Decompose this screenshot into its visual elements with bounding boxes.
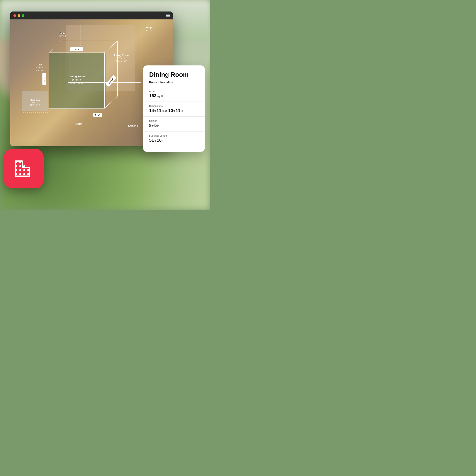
wall-ft: 51 [149, 138, 154, 143]
dim-unit-in1: in [162, 109, 164, 113]
room-title: Dining Room [149, 71, 199, 78]
wall-length-label: Full Wall Length [149, 134, 199, 137]
hamburger-line-2 [166, 15, 170, 16]
dim-unit-in2: in [181, 109, 183, 113]
hamburger-line-1 [166, 14, 170, 15]
info-card: Dining Room Room Information Area 163 sq… [143, 66, 205, 152]
height-in-unit: in [157, 124, 159, 128]
window-dots [14, 14, 24, 17]
app-icon [4, 149, 44, 188]
height-ft: 8 [149, 123, 152, 128]
close-dot[interactable] [14, 14, 16, 17]
dim-unit-ft2: ft [173, 109, 175, 113]
section-title: Room Information [149, 81, 199, 84]
wall-in-unit: in [162, 139, 164, 142]
area-value-unit: sq. ft. [157, 95, 164, 98]
svg-point-43 [19, 169, 21, 171]
height-row: Height 8 ft 5 in [149, 119, 199, 128]
dimensions-label: Dimensions [149, 104, 199, 107]
dim-in2: 11 [175, 108, 180, 113]
dimensions-row: Dimensions 14 ft 11 in × 10 ft 11 in [149, 104, 199, 113]
card-divider-1 [143, 87, 205, 87]
dim-in1: 11 [156, 108, 161, 113]
floor-icon-svg [12, 157, 36, 181]
dim-ft1: 14 [149, 108, 154, 113]
area-value: 163 sq. ft. [149, 93, 199, 98]
dim-ft2: 10 [168, 108, 173, 113]
card-divider-4 [143, 131, 205, 132]
wall-length-value: 51 ft 10 in [149, 138, 199, 143]
svg-point-46 [23, 169, 25, 171]
hamburger-line-3 [166, 17, 170, 17]
minimize-dot[interactable] [18, 14, 20, 17]
area-row: Area 163 sq. ft. [149, 90, 199, 98]
area-value-large: 163 [149, 93, 156, 98]
height-label: Height [149, 119, 199, 122]
wall-in: 10 [157, 138, 161, 143]
svg-point-45 [23, 165, 25, 167]
height-in: 5 [154, 123, 157, 128]
area-label: Area [149, 90, 199, 93]
dim-unit-ft1: ft [154, 109, 156, 113]
hamburger-icon[interactable] [166, 14, 170, 17]
svg-point-42 [19, 165, 21, 167]
height-value: 8 ft 5 in [149, 123, 199, 128]
svg-point-47 [23, 173, 25, 175]
dim-separator: × [165, 109, 167, 113]
dimensions-value: 14 ft 11 in × 10 ft 11 in [149, 108, 199, 113]
svg-point-44 [19, 173, 21, 175]
window-titlebar [10, 12, 173, 19]
card-divider-2 [143, 102, 205, 102]
height-ft-unit: ft [152, 124, 153, 128]
maximize-dot[interactable] [22, 14, 24, 17]
wall-length-row: Full Wall Length 51 ft 10 in [149, 134, 199, 143]
bathroom-fill [22, 91, 48, 111]
wall-ft-unit: ft [154, 139, 156, 142]
dining-room-fill [49, 53, 105, 109]
